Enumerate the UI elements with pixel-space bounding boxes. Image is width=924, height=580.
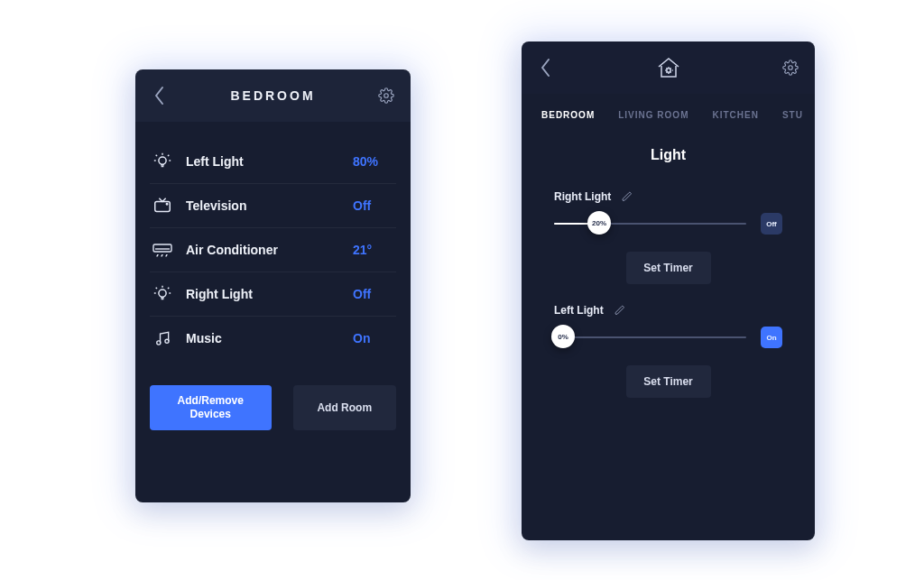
slider-knob[interactable]: 20% xyxy=(587,211,611,235)
svg-rect-4 xyxy=(153,244,171,252)
set-timer-button[interactable]: Set Timer xyxy=(626,365,711,398)
slider-block: Right Light20%OffSet Timer xyxy=(522,190,815,304)
svg-point-3 xyxy=(166,203,167,204)
device-name: Left Light xyxy=(186,154,353,169)
slider-label: Left Light xyxy=(554,304,604,317)
tab-bedroom[interactable]: BEDROOM xyxy=(541,110,595,120)
power-toggle[interactable]: Off xyxy=(761,213,782,235)
svg-point-7 xyxy=(165,339,169,343)
room-tabs: BEDROOMLIVING ROOMKITCHENSTU xyxy=(522,94,815,142)
svg-point-8 xyxy=(666,69,670,72)
back-icon[interactable] xyxy=(150,86,170,106)
device-name: Right Light xyxy=(186,287,353,301)
device-value: On xyxy=(353,331,396,345)
tv-icon xyxy=(150,193,175,218)
add-remove-devices-button[interactable]: Add/Remove Devices xyxy=(150,385,272,430)
topbar xyxy=(522,41,815,94)
device-value: 21° xyxy=(353,243,396,257)
device-value: 80% xyxy=(353,154,396,169)
add-room-button[interactable]: Add Room xyxy=(293,385,397,430)
section-title: Light xyxy=(522,147,815,163)
device-row[interactable]: Left Light80% xyxy=(150,140,396,184)
ac-icon xyxy=(150,237,175,262)
device-row[interactable]: Right LightOff xyxy=(150,272,396,317)
svg-point-6 xyxy=(157,341,161,345)
tab-living-room[interactable]: LIVING ROOM xyxy=(618,110,688,120)
brightness-slider[interactable]: 20%Off xyxy=(554,214,782,234)
device-row[interactable]: MusicOn xyxy=(150,317,396,360)
page-title: BEDROOM xyxy=(170,88,376,103)
device-value: Off xyxy=(353,198,396,213)
device-name: Air Conditioner xyxy=(186,243,353,257)
device-row[interactable]: Air Conditioner21° xyxy=(150,228,396,272)
svg-point-5 xyxy=(159,290,166,297)
power-toggle[interactable]: On xyxy=(761,327,782,348)
settings-icon[interactable] xyxy=(376,86,396,106)
room-devices-screen: BEDROOM Left Light80%TelevisionOffAir Co… xyxy=(135,69,411,502)
topbar: BEDROOM xyxy=(135,69,411,122)
edit-icon[interactable] xyxy=(614,305,625,316)
device-name: Television xyxy=(186,198,353,213)
home-icon[interactable] xyxy=(556,56,781,79)
device-value: Off xyxy=(353,287,396,301)
device-name: Music xyxy=(186,331,353,345)
slider-block: Left Light0%OnSet Timer xyxy=(522,304,815,418)
settings-icon[interactable] xyxy=(781,58,800,78)
slider-label: Right Light xyxy=(554,190,611,203)
device-row[interactable]: TelevisionOff xyxy=(150,184,396,228)
bulb-icon xyxy=(150,281,175,307)
back-icon[interactable] xyxy=(536,58,556,78)
tab-kitchen[interactable]: KITCHEN xyxy=(712,110,758,120)
svg-point-1 xyxy=(159,157,166,164)
svg-point-0 xyxy=(384,94,389,98)
slider-knob[interactable]: 0% xyxy=(551,325,575,348)
bulb-icon xyxy=(150,149,175,174)
set-timer-button[interactable]: Set Timer xyxy=(626,252,711,284)
svg-point-9 xyxy=(789,66,793,70)
tab-stu[interactable]: STU xyxy=(782,110,803,120)
edit-icon[interactable] xyxy=(622,191,633,202)
brightness-slider[interactable]: 0%On xyxy=(554,327,782,347)
music-icon xyxy=(150,326,175,351)
light-control-screen: BEDROOMLIVING ROOMKITCHENSTU Light Right… xyxy=(522,41,815,540)
